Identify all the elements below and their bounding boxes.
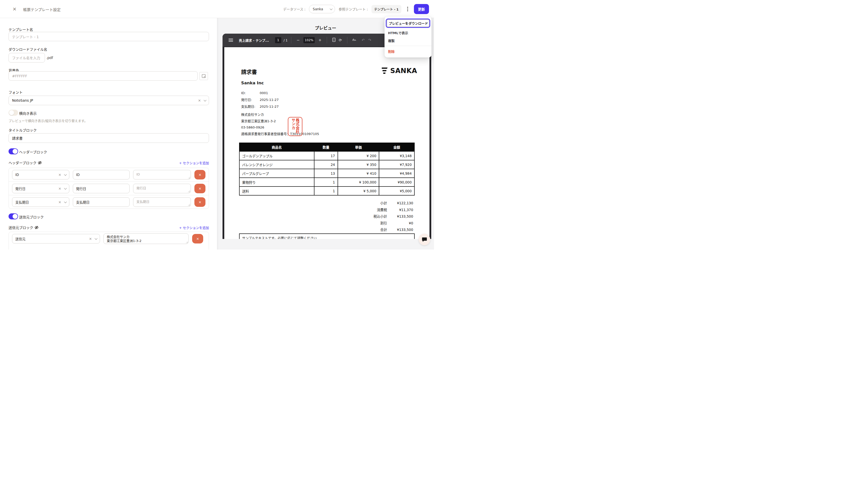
undo-icon[interactable]: ↶: [360, 38, 366, 42]
menu-item-delete[interactable]: 削除: [385, 47, 432, 55]
menu-item-show-html[interactable]: HTMLで表示: [385, 29, 432, 37]
field-label-input[interactable]: ID: [73, 170, 130, 180]
menu-item-download-preview-focus-ring: プレビューをダウンロード: [386, 19, 430, 28]
header-block-section-label: ヘッダーブロック: [9, 160, 42, 165]
color-picker-button[interactable]: [200, 72, 208, 80]
remove-row-button[interactable]: ×: [192, 234, 203, 243]
update-button[interactable]: 更新: [414, 4, 429, 14]
add-section-link[interactable]: + セクションを追加: [179, 225, 209, 230]
header-block-section-row: ヘッダーブロック + セクションを追加: [9, 160, 209, 165]
data-source-label: データソース :: [283, 7, 305, 12]
logo-text: SANKA: [390, 67, 417, 75]
clear-icon[interactable]: ×: [89, 237, 92, 241]
resize-grip[interactable]: [188, 177, 190, 179]
page-total-label: / 1: [284, 38, 288, 42]
menu-divider: [385, 46, 432, 46]
sanka-logo-icon: [381, 67, 388, 75]
chat-bubble-icon: [422, 237, 427, 242]
table-row: 果物狩り1¥ 100,000¥90,000: [239, 178, 414, 186]
sender-block-card: 送信元 × 株式会社サンカ 東京都江東区豊洲1-3-2 ×: [9, 232, 209, 250]
eye-off-icon[interactable]: [38, 161, 42, 165]
field-value-textarea[interactable]: ID: [133, 170, 191, 180]
pdf-viewer: 売上請求 - テンプ... 1 / 1 − 102% + ⟳ ↶ ↷ 請求書: [222, 34, 431, 239]
chevron-down-icon: [64, 173, 67, 176]
remove-row-button[interactable]: ×: [194, 197, 205, 207]
close-icon[interactable]: ✕: [12, 6, 17, 12]
chevron-down-icon: [330, 7, 333, 10]
redo-icon[interactable]: ↷: [366, 38, 373, 42]
kebab-menu-icon[interactable]: [405, 5, 410, 13]
field-label-input[interactable]: 発行日: [73, 184, 130, 193]
remove-row-button[interactable]: ×: [194, 170, 205, 180]
resize-grip[interactable]: [188, 204, 190, 206]
landscape-toggle-label: 横向き表示: [19, 111, 37, 116]
table-row: パープルグレープ13¥ 410¥4,984: [239, 169, 414, 178]
chat-fab-button[interactable]: [419, 234, 430, 245]
sender-field-row: 送信元 × 株式会社サンカ 東京都江東区豊洲1-3-2 ×: [9, 232, 209, 245]
zoom-out-icon[interactable]: −: [295, 38, 301, 42]
eye-off-icon[interactable]: [34, 226, 39, 230]
field-label-input[interactable]: 支払期日: [73, 197, 130, 207]
clear-icon[interactable]: ×: [58, 173, 61, 177]
chevron-down-icon: [64, 186, 67, 189]
template-name-label: テンプレート名: [9, 27, 33, 32]
pdf-doc-title: 売上請求 - テンプ...: [239, 38, 269, 43]
rotate-icon[interactable]: ⟳: [337, 38, 343, 42]
field-select[interactable]: ID ×: [12, 170, 69, 180]
field-select[interactable]: 送信元 ×: [12, 234, 100, 243]
zoom-in-icon[interactable]: +: [317, 38, 323, 42]
title-block-label: タイトルブロック: [9, 127, 37, 133]
fit-page-icon[interactable]: [330, 38, 337, 43]
menu-item-duplicate[interactable]: 複製: [385, 37, 432, 45]
company-logo: SANKA: [381, 67, 417, 75]
ref-template-label: 参照テンプレート :: [339, 7, 368, 12]
sender-block-section-row: 送信元ブロック + セクションを追加: [9, 225, 209, 230]
top-bar: ✕ 帳票テンプレート設定 データソース : Sanka 参照テンプレート : テ…: [0, 0, 434, 18]
zoom-level-input[interactable]: 102%: [303, 37, 315, 43]
context-menu: プレビューをダウンロード HTMLで表示 複製 削除: [385, 16, 432, 58]
field-value-textarea[interactable]: 発行日: [133, 184, 191, 193]
font-select[interactable]: NotoSans JP ×: [9, 96, 209, 105]
title-block-input[interactable]: 請求書: [9, 133, 209, 143]
invoice-totals: 小計¥122,130 消費税¥11,370 税込小計¥133,500 割引¥0 …: [373, 200, 413, 233]
invoice-page: 請求書 SANKA Sanka Inc ID:0001 発行日:2025-11-…: [224, 47, 430, 239]
landscape-helper-text: プレビューで横向き表示/縦向き表示を切り替えます。: [9, 118, 87, 123]
template-name-input[interactable]: テンプレート - 1: [9, 32, 209, 41]
table-row: ゴールデンアップル17¥ 200¥3,148: [239, 151, 414, 160]
header-block-toggle[interactable]: [9, 148, 18, 154]
add-section-link[interactable]: + セクションを追加: [179, 160, 209, 165]
data-source-select[interactable]: Sanka: [309, 5, 335, 13]
clear-icon[interactable]: ×: [198, 98, 201, 102]
landscape-toggle[interactable]: [9, 110, 18, 116]
invoice-sender: 株式会社サンカ 東京都江東区豊洲1-3-2 03-5860-0926 適格請求書…: [241, 111, 319, 137]
header-field-row: 支払期日 × 支払期日 支払期日 ×: [9, 195, 209, 209]
bg-color-input[interactable]: #FFFFFF: [9, 71, 198, 81]
clear-icon[interactable]: ×: [58, 186, 61, 191]
page-number-input[interactable]: 1: [275, 37, 281, 43]
company-stamp: 株式会社 サンカ: [288, 117, 302, 136]
top-bar-actions: データソース : Sanka 参照テンプレート : テンプレート - 1 更新: [283, 0, 429, 18]
sender-block-toggle[interactable]: [9, 214, 18, 219]
resize-grip[interactable]: [188, 190, 190, 193]
field-value-textarea[interactable]: 支払期日: [133, 197, 191, 207]
sidebar-toggle-icon[interactable]: [229, 39, 233, 42]
remove-row-button[interactable]: ×: [194, 184, 205, 193]
field-select[interactable]: 支払期日 ×: [12, 197, 69, 207]
pdf-suffix-label: .pdf: [46, 56, 53, 60]
clear-icon[interactable]: ×: [58, 200, 61, 204]
field-value-textarea[interactable]: 株式会社サンカ 東京都江東区豊洲1-3-2: [104, 233, 189, 244]
table-row: 送料1¥ 5,000¥5,000: [239, 186, 414, 195]
chevron-down-icon: [64, 200, 67, 203]
table-header-row: 商品名 数量 単価 金額: [239, 143, 414, 151]
chevron-down-icon: [204, 99, 206, 101]
download-filename-input[interactable]: ファイル名を入力: [9, 53, 45, 62]
field-select[interactable]: 発行日 ×: [12, 184, 69, 193]
page-title: 帳票テンプレート設定: [23, 7, 61, 12]
header-field-row: 発行日 × 発行日 発行日 ×: [9, 182, 209, 195]
invoice-meta: ID:0001 発行日:2025-11-27 支払期日:2025-11-27: [241, 89, 279, 110]
ref-template-chip[interactable]: テンプレート - 1: [372, 5, 401, 13]
resize-grip[interactable]: [185, 241, 188, 243]
draw-annotation-icon[interactable]: [351, 38, 358, 43]
header-block-card: ID × ID ID × 発行日 × 発行日 発行日 × 支払期日 × 支払期日…: [9, 168, 209, 209]
menu-item-download-preview[interactable]: プレビューをダウンロード: [387, 20, 429, 27]
